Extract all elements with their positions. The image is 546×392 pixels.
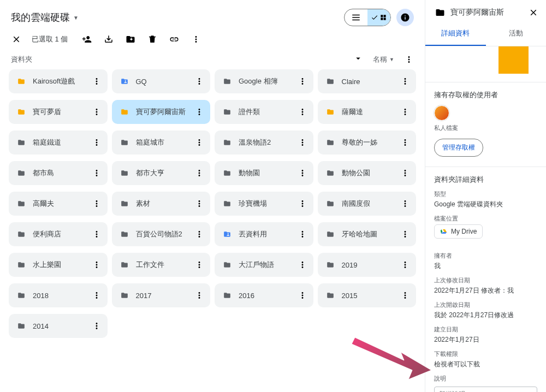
folder-name: Claire [342, 78, 360, 86]
download-button[interactable] [104, 34, 114, 44]
folder-more-button[interactable] [400, 198, 411, 209]
folder-item[interactable]: 工作文件 [112, 253, 211, 277]
folder-more-button[interactable] [400, 137, 411, 148]
folder-more-button[interactable] [400, 290, 411, 301]
folder-item[interactable]: 2017 [112, 283, 211, 307]
folder-more-button[interactable] [194, 137, 205, 148]
sort-direction-button[interactable] [353, 54, 363, 65]
folder-more-button[interactable] [297, 290, 308, 301]
folder-more-button[interactable] [91, 106, 102, 117]
folder-more-button[interactable] [297, 106, 308, 117]
folder-item[interactable]: 2018 [9, 283, 108, 307]
clear-selection-button[interactable] [11, 34, 22, 45]
folder-more-button[interactable] [194, 259, 205, 270]
delete-button[interactable] [147, 34, 157, 44]
folder-item[interactable]: Claire [318, 69, 417, 93]
description-label: 說明 [434, 375, 537, 383]
folder-more-button[interactable] [297, 137, 308, 148]
more-vert-icon [194, 107, 204, 117]
folder-more-button[interactable] [91, 168, 102, 179]
folder-icon [16, 230, 26, 238]
folder-item[interactable]: Kairosoft遊戲 [9, 69, 108, 93]
folder-more-button[interactable] [91, 137, 102, 148]
folder-item[interactable]: 2016 [215, 283, 313, 307]
list-view-button[interactable] [345, 9, 367, 26]
folder-more-button[interactable] [297, 198, 308, 209]
folder-item[interactable]: 都市大亨 [112, 161, 211, 185]
folder-icon [325, 200, 335, 207]
folder-name: 箱庭鐵道 [33, 138, 61, 147]
folder-item[interactable]: GQ [112, 69, 211, 93]
folder-name: 珍寶機場 [239, 199, 267, 209]
folder-item[interactable]: 2019 [318, 253, 417, 277]
move-button[interactable] [126, 34, 135, 44]
folder-item[interactable]: 寶可夢盾 [9, 100, 108, 124]
description-input[interactable] [434, 387, 537, 392]
location-label: 檔案位置 [434, 215, 537, 223]
folder-more-button[interactable] [297, 229, 308, 240]
folder-item[interactable]: 丟資料用 [215, 222, 313, 246]
folder-item[interactable]: 牙哈哈地圖 [318, 222, 417, 246]
folder-icon [120, 78, 129, 85]
more-vert-icon [400, 168, 410, 178]
folder-more-button[interactable] [194, 198, 205, 209]
folder-more-button[interactable] [91, 259, 102, 270]
download-icon [104, 34, 114, 44]
folder-item[interactable]: 動物園 [215, 161, 313, 185]
folder-more-button[interactable] [91, 320, 102, 331]
folder-item[interactable]: 百貨公司物語2 [112, 222, 211, 246]
tab-activity[interactable]: 活動 [486, 22, 547, 46]
folder-item[interactable]: 尊敬的一姊 [318, 130, 417, 155]
add-user-button[interactable] [82, 34, 92, 44]
folder-more-button[interactable] [400, 76, 411, 87]
folder-more-button[interactable] [91, 198, 102, 209]
folder-item[interactable]: 高爾夫 [9, 192, 108, 216]
folder-item[interactable]: 水上樂園 [9, 253, 108, 277]
folder-more-button[interactable] [194, 229, 205, 240]
folder-more-button[interactable] [91, 290, 102, 301]
folder-more-button[interactable] [400, 229, 411, 240]
folder-item[interactable]: 動物公園 [318, 161, 417, 185]
location-dropdown[interactable]: 我的雲端硬碟 ▼ [11, 11, 79, 24]
grid-view-button[interactable] [367, 9, 390, 26]
info-button[interactable] [396, 9, 414, 26]
tab-details[interactable]: 詳細資料 [425, 22, 486, 46]
folder-item[interactable]: 素材 [112, 192, 211, 216]
folder-item[interactable]: 箱庭鐵道 [9, 130, 108, 155]
folder-more-button[interactable] [297, 76, 308, 87]
more-vert-icon [298, 290, 307, 300]
folder-item[interactable]: 寶可夢阿爾宙斯 [112, 100, 211, 124]
folder-more-button[interactable] [194, 76, 205, 87]
folder-item[interactable]: 箱庭城市 [112, 130, 211, 155]
selection-more-button[interactable] [191, 34, 201, 44]
manage-access-button[interactable]: 管理存取權 [434, 139, 483, 157]
section-more-button[interactable] [404, 55, 414, 64]
folder-more-button[interactable] [297, 168, 308, 179]
folder-item[interactable]: Google 相簿 [215, 69, 313, 93]
folder-item[interactable]: 2014 [9, 314, 108, 338]
close-details-button[interactable] [529, 8, 538, 17]
folder-more-button[interactable] [297, 259, 308, 270]
folder-item[interactable]: 南國度假 [318, 192, 417, 216]
folder-more-button[interactable] [194, 106, 205, 117]
folder-more-button[interactable] [400, 168, 411, 179]
folder-more-button[interactable] [194, 290, 205, 301]
folder-item[interactable]: 珍寶機場 [215, 192, 313, 216]
folder-item[interactable]: 薩爾達 [318, 100, 417, 124]
folder-details-section-title: 資料夾詳細資料 [434, 175, 537, 185]
location-chip[interactable]: My Drive [434, 224, 483, 239]
folder-item[interactable]: 大江戶物語 [215, 253, 313, 277]
folder-more-button[interactable] [400, 259, 411, 270]
details-thumbnail [425, 46, 546, 82]
folder-more-button[interactable] [400, 106, 411, 117]
sort-by-button[interactable]: 名稱 ▼ [373, 55, 394, 64]
folder-more-button[interactable] [91, 76, 102, 87]
folder-item[interactable]: 2015 [318, 283, 417, 307]
folder-more-button[interactable] [194, 168, 205, 179]
folder-item[interactable]: 證件類 [215, 100, 313, 124]
folder-item[interactable]: 都市島 [9, 161, 108, 185]
folder-item[interactable]: 溫泉物語2 [215, 130, 313, 155]
link-button[interactable] [169, 34, 179, 44]
folder-item[interactable]: 便利商店 [9, 222, 108, 246]
folder-more-button[interactable] [91, 229, 102, 240]
